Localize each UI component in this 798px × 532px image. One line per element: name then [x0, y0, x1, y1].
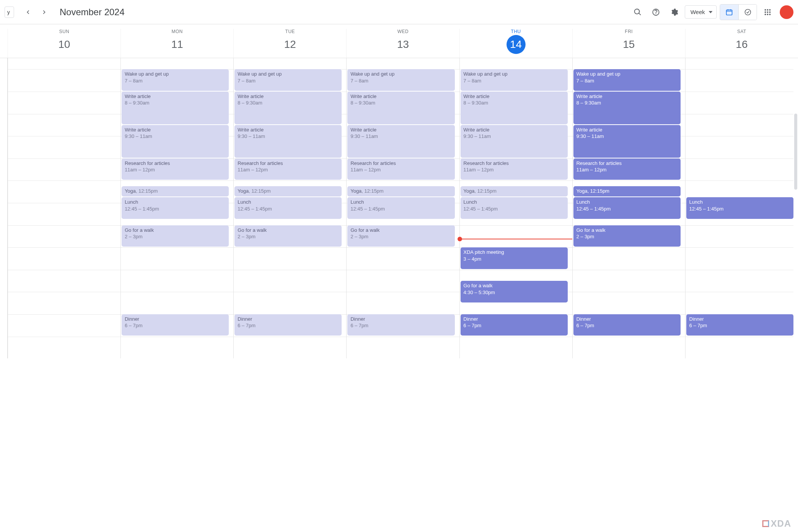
avatar[interactable] — [780, 5, 793, 19]
calendar-event[interactable]: Yoga12:15pm — [234, 186, 342, 196]
calendar-event[interactable]: Write article9:30 – 11am — [461, 125, 568, 158]
event-time: 11am – 12pm — [350, 166, 451, 173]
today-button[interactable]: y — [5, 6, 14, 18]
calendar-event[interactable]: Dinner6 – 7pm — [686, 314, 793, 336]
day-of-week-label: SUN — [8, 29, 120, 34]
day-number[interactable]: 14 — [507, 35, 526, 54]
google-apps-button[interactable] — [760, 5, 775, 20]
calendar-event[interactable]: Yoga12:15pm — [461, 186, 568, 196]
calendar-event[interactable]: Go for a walk4:30 – 5:30pm — [461, 281, 568, 302]
calendar-event[interactable]: Research for articles11am – 12pm — [461, 158, 568, 180]
calendar-event[interactable]: Lunch12:45 – 1:45pm — [347, 197, 454, 219]
day-header[interactable]: THU14 — [459, 29, 572, 58]
calendar-event[interactable]: Research for articles11am – 12pm — [122, 158, 229, 180]
calendar-event[interactable]: Lunch12:45 – 1:45pm — [234, 197, 342, 219]
calendar-event[interactable]: Wake up and get up7 – 8am — [573, 69, 681, 91]
calendar-week-view: SUN10MON11TUE12WED13THU14FRI15SAT16 Wake… — [0, 24, 798, 358]
calendar-event[interactable]: Yoga12:15pm — [122, 186, 229, 196]
calendar-event[interactable]: Yoga12:15pm — [347, 186, 454, 196]
calendar-event[interactable]: Wake up and get up7 – 8am — [234, 69, 342, 91]
event-title: Lunch — [464, 199, 565, 206]
calendar-event[interactable]: Dinner6 – 7pm — [347, 314, 454, 336]
day-column[interactable]: Wake up and get up7 – 8amWrite article8 … — [346, 58, 459, 358]
calendar-event[interactable]: Go for a walk2 – 3pm — [573, 225, 681, 247]
event-time: 2 – 3pm — [125, 233, 226, 240]
view-selector[interactable]: Week — [685, 5, 717, 19]
event-title: Write article — [125, 127, 226, 133]
event-time: 8 – 9:30am — [125, 100, 226, 106]
calendar-event[interactable]: Wake up and get up7 – 8am — [461, 69, 568, 91]
event-title: Lunch — [350, 199, 451, 206]
prev-week-button[interactable] — [20, 5, 35, 20]
event-title: Dinner — [689, 316, 790, 323]
day-column[interactable]: Wake up and get up7 – 8amWrite article8 … — [233, 58, 346, 358]
day-column[interactable]: Lunch12:45 – 1:45pmDinner6 – 7pm — [685, 58, 798, 358]
calendar-event[interactable]: Yoga12:15pm — [573, 186, 681, 196]
day-number[interactable]: 13 — [393, 35, 412, 54]
calendar-event[interactable]: Write article8 – 9:30am — [573, 92, 681, 124]
day-column[interactable]: Wake up and get up7 – 8amWrite article8 … — [459, 58, 572, 358]
calendar-event[interactable]: Go for a walk2 – 3pm — [122, 225, 229, 247]
calendar-event[interactable]: Go for a walk2 – 3pm — [234, 225, 342, 247]
calendar-event[interactable]: Write article9:30 – 11am — [347, 125, 454, 158]
event-time: 12:15pm — [249, 188, 271, 194]
event-time: 12:15pm — [362, 188, 384, 194]
calendar-event[interactable]: Lunch12:45 – 1:45pm — [461, 197, 568, 219]
calendar-event[interactable]: Research for articles11am – 12pm — [234, 158, 342, 180]
calendar-panel-button[interactable] — [720, 5, 738, 20]
calendar-event[interactable]: Dinner6 – 7pm — [573, 314, 681, 336]
chevron-right-icon — [41, 8, 48, 16]
calendar-event[interactable]: Write article8 – 9:30am — [234, 92, 342, 124]
day-header[interactable]: TUE12 — [233, 29, 346, 58]
svg-point-10 — [767, 14, 768, 15]
calendar-event[interactable]: Go for a walk2 – 3pm — [347, 225, 454, 247]
next-week-button[interactable] — [37, 5, 52, 20]
caret-down-icon — [709, 11, 712, 13]
scrollbar[interactable] — [794, 114, 797, 190]
day-number[interactable]: 10 — [55, 35, 74, 54]
calendar-event[interactable]: Lunch12:45 – 1:45pm — [573, 197, 681, 219]
tasks-panel-button[interactable] — [738, 5, 757, 20]
day-column[interactable]: Wake up and get up7 – 8amWrite article8 … — [572, 58, 685, 358]
calendar-event[interactable]: Write article9:30 – 11am — [573, 125, 681, 158]
help-button[interactable] — [648, 5, 663, 20]
calendar-event[interactable]: Lunch12:45 – 1:45pm — [686, 197, 793, 219]
day-number[interactable]: 15 — [619, 35, 638, 54]
calendar-event[interactable]: Write article9:30 – 11am — [122, 125, 229, 158]
day-column[interactable]: Wake up and get up7 – 8amWrite article8 … — [120, 58, 233, 358]
day-number[interactable]: 11 — [168, 35, 187, 54]
day-header[interactable]: MON11 — [120, 29, 233, 58]
calendar-event[interactable]: Write article8 – 9:30am — [122, 92, 229, 124]
day-column[interactable] — [8, 58, 120, 358]
calendar-event[interactable]: Write article8 – 9:30am — [347, 92, 454, 124]
help-icon — [652, 8, 660, 16]
event-time: 2 – 3pm — [238, 233, 339, 240]
event-time: 11am – 12pm — [576, 166, 678, 173]
day-number[interactable]: 12 — [280, 35, 299, 54]
calendar-event[interactable]: Wake up and get up7 – 8am — [347, 69, 454, 91]
day-header[interactable]: FRI15 — [572, 29, 685, 58]
calendar-event[interactable]: Research for articles11am – 12pm — [573, 158, 681, 180]
event-time: 6 – 7pm — [238, 322, 339, 329]
day-number[interactable]: 16 — [732, 35, 751, 54]
calendar-event[interactable]: Write article9:30 – 11am — [234, 125, 342, 158]
calendar-event[interactable]: Wake up and get up7 – 8am — [122, 69, 229, 91]
settings-button[interactable] — [667, 5, 682, 20]
calendar-event[interactable]: Lunch12:45 – 1:45pm — [122, 197, 229, 219]
check-circle-icon — [744, 8, 752, 16]
calendar-event[interactable]: Dinner6 – 7pm — [234, 314, 342, 336]
event-title: Go for a walk — [464, 282, 565, 289]
day-header[interactable]: SUN10 — [8, 29, 120, 58]
calendar-event[interactable]: XDA pitch meeting3 – 4pm — [461, 247, 568, 269]
day-header[interactable]: WED13 — [346, 29, 459, 58]
event-title: Lunch — [125, 199, 226, 206]
calendar-event[interactable]: Write article8 – 9:30am — [461, 92, 568, 124]
calendar-grid[interactable]: Wake up and get up7 – 8amWrite article8 … — [0, 58, 798, 358]
search-button[interactable] — [630, 5, 645, 20]
day-of-week-label: THU — [460, 29, 572, 34]
calendar-event[interactable]: Research for articles11am – 12pm — [347, 158, 454, 180]
day-header[interactable]: SAT16 — [685, 29, 798, 58]
event-title: Dinner — [238, 316, 339, 323]
calendar-event[interactable]: Dinner6 – 7pm — [461, 314, 568, 336]
calendar-event[interactable]: Dinner6 – 7pm — [122, 314, 229, 336]
